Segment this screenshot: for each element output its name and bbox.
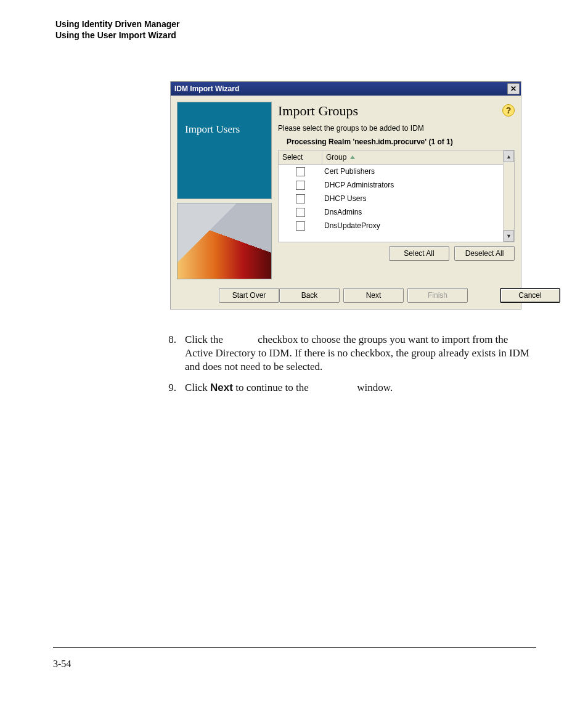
- group-cell: Cert Publishers: [322, 167, 514, 176]
- wizard-side-panel: Import Users: [177, 102, 272, 279]
- page-number: 3-54: [53, 659, 71, 670]
- table-row[interactable]: Cert Publishers: [279, 165, 514, 178]
- checkbox-icon[interactable]: [296, 181, 305, 190]
- running-header: Using Identity Driven Manager Using the …: [55, 18, 179, 41]
- realm-status: Processing Realm 'neesh.idm.procurve' (1…: [287, 138, 515, 146]
- header-line-1: Using Identity Driven Manager: [55, 18, 179, 30]
- checkbox-icon[interactable]: [296, 167, 305, 176]
- select-all-button[interactable]: Select All: [389, 246, 449, 261]
- step8-part2: checkbox to choose the groups you want t…: [185, 334, 529, 372]
- table-row[interactable]: DnsUpdateProxy: [279, 219, 514, 232]
- header-line-2: Using the User Import Wizard: [55, 30, 179, 41]
- step9-part3: window.: [354, 382, 393, 393]
- dialog-titlebar: IDM Import Wizard ✕: [171, 82, 521, 96]
- side-tile-title: Import Users: [177, 102, 272, 199]
- step9-bold: Next: [210, 382, 233, 393]
- group-cell: DnsUpdateProxy: [322, 221, 514, 230]
- list-item: 8.Click the checkbox to choose the group…: [55, 333, 530, 374]
- panel-hint: Please select the groups to be added to …: [278, 124, 515, 133]
- groups-table: Select Group Cert Publishers DHCP Admini…: [278, 150, 515, 242]
- step9-part2: to continue to the: [233, 382, 311, 393]
- decorative-image: [177, 203, 272, 279]
- step9-part1: Click: [185, 382, 210, 393]
- close-icon[interactable]: ✕: [507, 83, 520, 94]
- finish-button: Finish: [407, 288, 468, 303]
- group-cell: DnsAdmins: [322, 208, 514, 216]
- table-row[interactable]: DnsAdmins: [279, 205, 514, 219]
- panel-title: Import Groups: [278, 103, 515, 119]
- step-number: 8.: [163, 333, 176, 347]
- step8-part1: Click the: [185, 334, 226, 345]
- scrollbar[interactable]: ▲ ▼: [503, 150, 514, 242]
- column-header-group-label: Group: [326, 153, 346, 162]
- checkbox-icon[interactable]: [296, 221, 305, 231]
- checkbox-icon[interactable]: [296, 208, 305, 217]
- scroll-up-icon[interactable]: ▲: [504, 150, 514, 162]
- instruction-list: 8.Click the checkbox to choose the group…: [55, 333, 530, 402]
- checkbox-icon[interactable]: [296, 194, 305, 203]
- column-header-select[interactable]: Select: [279, 150, 322, 164]
- next-button[interactable]: Next: [343, 288, 404, 303]
- sort-asc-icon: [350, 155, 355, 159]
- back-button[interactable]: Back: [279, 288, 340, 303]
- scroll-down-icon[interactable]: ▼: [504, 230, 514, 242]
- start-over-button[interactable]: Start Over: [219, 288, 279, 303]
- cancel-button[interactable]: Cancel: [500, 288, 560, 303]
- column-header-group[interactable]: Group: [322, 150, 514, 164]
- table-row[interactable]: DHCP Administrators: [279, 178, 514, 192]
- dialog-title: IDM Import Wizard: [174, 84, 239, 93]
- step-number: 9.: [163, 381, 176, 395]
- group-cell: DHCP Administrators: [322, 181, 514, 189]
- group-cell: DHCP Users: [322, 194, 514, 203]
- list-item: 9.Click Next to continue to the window.: [55, 381, 530, 395]
- footer-rule: [53, 647, 536, 648]
- wizard-dialog: IDM Import Wizard ✕ Import Users ? Impor…: [170, 81, 521, 310]
- table-row[interactable]: DHCP Users: [279, 192, 514, 205]
- deselect-all-button[interactable]: Deselect All: [454, 246, 515, 261]
- help-icon[interactable]: ?: [502, 104, 515, 117]
